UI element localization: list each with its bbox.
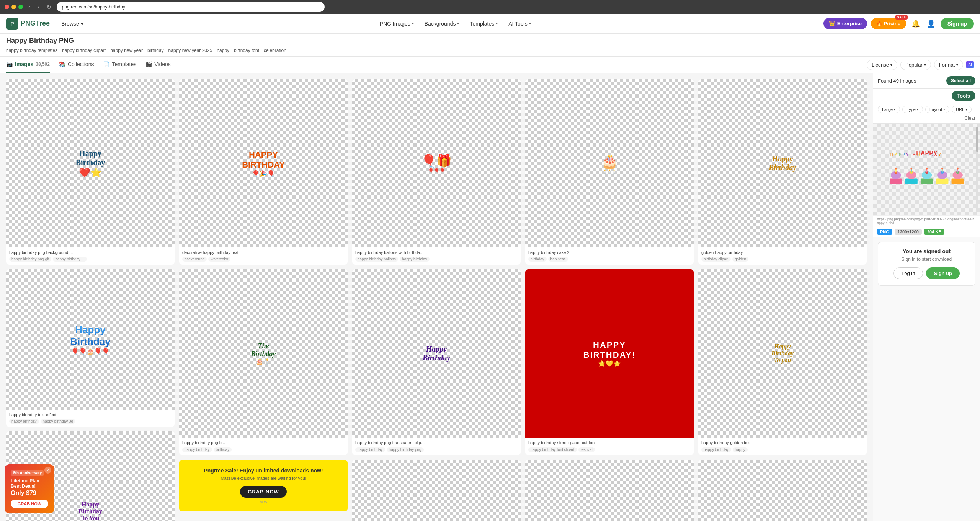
enterprise-button[interactable]: 👑 Enterprise <box>823 18 867 29</box>
ad-grab-button[interactable]: GRAB NOW <box>240 486 287 498</box>
nav-backgrounds[interactable]: Backgrounds ▾ <box>420 18 464 29</box>
select-all-button[interactable]: Select all <box>946 76 975 85</box>
image-card-0[interactable]: HappyBirthday ❤️⭐ happy birthday png bac… <box>6 79 175 265</box>
search-tag-0[interactable]: happy birthday templates <box>6 48 57 53</box>
logo[interactable]: P PNGTree <box>6 18 50 30</box>
image-tag-1-0[interactable]: happy birthday <box>9 419 39 424</box>
signup-panel-button[interactable]: Sign up <box>926 267 960 279</box>
layout-filter-chevron: ▾ <box>943 107 945 111</box>
maximize-dot[interactable] <box>18 5 23 9</box>
notification-button[interactable]: 🔔 <box>910 18 921 29</box>
image-tag-9-0[interactable]: happy birthday font clipart <box>528 447 577 452</box>
tools-bar: Tools <box>873 89 980 103</box>
forward-button[interactable]: › <box>35 3 41 11</box>
pricing-button[interactable]: SALE 🔥 Pricing <box>871 18 906 29</box>
search-tag-6[interactable]: birthday font <box>234 48 259 53</box>
image-card-3[interactable]: HAPPYBIRTHDAY 🎈🎉🎈 decorative happy birth… <box>179 79 348 265</box>
image-tag-11-0[interactable]: birthday clipart <box>701 257 731 262</box>
tab-collections[interactable]: 📚 Collections <box>59 57 94 73</box>
image-card-8[interactable]: 🎂 🕯️🕯️🕯️ happy birthday cake 2 birthday … <box>525 79 694 265</box>
search-tag-1[interactable]: happy birthday clipart <box>62 48 106 53</box>
image-tag-11-1[interactable]: golden <box>732 257 748 262</box>
image-card-7[interactable]: 🎈🎈🎈 Birthday fantasy beautiful color col… <box>352 460 521 521</box>
popular-dropdown[interactable]: Popular ▾ <box>900 60 931 70</box>
layout-filter-label: Layout <box>929 107 942 112</box>
tab-images[interactable]: 📷 Images 38,502 <box>6 57 50 73</box>
image-tag-8-1[interactable]: hapiness <box>548 257 568 262</box>
image-card-4[interactable]: TheBirthday 🎂🕯️ happy birthday png b... … <box>179 269 348 455</box>
login-button[interactable]: Log in <box>893 267 923 279</box>
url-bar[interactable]: pngtree.com/so/happy-birthday <box>57 2 325 12</box>
image-card-12[interactable]: HappyBirthdayTo you happy birthday golde… <box>698 269 867 455</box>
image-tag-1-1[interactable]: happy birthday 3d <box>41 419 76 424</box>
svg-text:H: H <box>890 153 893 157</box>
url-filter-label: URL <box>956 107 964 112</box>
image-card-11[interactable]: HappyBirthday golden happy birthday birt… <box>698 79 867 265</box>
image-card-5[interactable]: 🎈🎁 🎈🎈🎈 happy birthday ballons with birth… <box>352 79 521 265</box>
avatar-button[interactable]: 👤 <box>925 18 937 29</box>
nav-templates[interactable]: Templates ▾ <box>465 18 502 29</box>
back-button[interactable]: ‹ <box>26 3 33 11</box>
nav-png-images[interactable]: PNG Images ▾ <box>375 18 418 29</box>
image-card-1[interactable]: HappyBirthday 🎈🎈🎂🎈🎈 happy birthday text … <box>6 269 175 427</box>
svg-point-40 <box>926 168 927 170</box>
image-tag-0-1[interactable]: happy birthday ... <box>53 257 87 262</box>
preview-image-container: HAPPY H A P P Y B I R T H D A Y <box>873 124 980 215</box>
sale-badge: SALE <box>895 15 908 20</box>
image-tag-3-1[interactable]: watercolor <box>208 257 230 262</box>
search-tag-3[interactable]: birthday <box>147 48 164 53</box>
search-tag-7[interactable]: celebration <box>264 48 286 53</box>
license-chevron: ▾ <box>890 63 892 67</box>
image-tag-0-0[interactable]: happy birthday png gif <box>9 257 51 262</box>
image-info-9: happy birthday stereo paper cut font hap… <box>525 438 694 455</box>
image-card-9[interactable]: HAPPYBIRTHDAY! ⭐💛⭐ happy birthday stereo… <box>525 269 694 455</box>
preview-scroll-container[interactable]: HAPPY H A P P Y B I R T H D A Y <box>873 124 980 215</box>
search-tag-5[interactable]: happy <box>217 48 229 53</box>
image-card-13[interactable]: 🎈🎂🎈 HAPPYBIRTHDAY 🎊🎉 happy birthday happ… <box>698 460 867 521</box>
minimize-dot[interactable] <box>11 5 16 9</box>
image-tags-11: birthday clipart golden <box>701 257 864 262</box>
preview-large-filter[interactable]: Large ▾ <box>878 106 900 113</box>
preview-scrollbar[interactable] <box>976 127 978 212</box>
image-tag-5-0[interactable]: happy birthday ballons <box>355 257 398 262</box>
browse-menu[interactable]: Browse ▾ <box>57 18 87 29</box>
image-tag-12-0[interactable]: happy birthday <box>701 447 731 452</box>
preview-scrollbar-thumb[interactable] <box>976 127 978 152</box>
image-tag-6-0[interactable]: happy birthday <box>355 447 385 452</box>
svg-point-42 <box>941 168 943 170</box>
image-tag-12-1[interactable]: happy <box>733 447 748 452</box>
refresh-button[interactable]: ↻ <box>44 3 54 11</box>
preview-url-filter[interactable]: URL ▾ <box>952 106 972 113</box>
anniversary-close-button[interactable]: × <box>44 467 51 474</box>
image-tags-3: background watercolor <box>182 257 345 262</box>
image-card-6[interactable]: HappyBirthday happy birthday png transpa… <box>352 269 521 455</box>
tab-videos[interactable]: 🎬 Videos <box>145 57 171 73</box>
image-thumb-4: TheBirthday 🎂🕯️ <box>179 269 348 438</box>
format-dropdown[interactable]: Format ▾ <box>934 60 963 70</box>
anniversary-grab-button[interactable]: GRAB NOW <box>11 500 48 508</box>
found-text: Found 49 images <box>878 78 916 84</box>
preview-layout-filter[interactable]: Layout ▾ <box>925 106 949 113</box>
image-tag-3-0[interactable]: background <box>182 257 207 262</box>
image-tag-5-1[interactable]: happy birthday <box>400 257 430 262</box>
tab-templates[interactable]: 📄 Templates <box>103 57 136 73</box>
close-dot[interactable] <box>5 5 9 9</box>
license-dropdown[interactable]: License ▾ <box>867 60 897 70</box>
ai-icon[interactable]: AI <box>966 61 974 68</box>
image-title-12: happy birthday golden text <box>701 440 864 445</box>
image-tag-6-1[interactable]: happy birthday png <box>387 447 424 452</box>
svg-text:A: A <box>934 153 937 157</box>
search-tag-2[interactable]: happy new year <box>110 48 143 53</box>
signup-button[interactable]: Sign up <box>941 18 974 29</box>
clear-button[interactable]: Clear <box>964 116 975 121</box>
image-tag-4-0[interactable]: happy birthday <box>182 447 212 452</box>
image-tag-9-1[interactable]: festival <box>578 447 595 452</box>
tools-button[interactable]: Tools <box>952 91 975 101</box>
search-tag-4[interactable]: happy new year 2025 <box>168 48 212 53</box>
image-tag-4-1[interactable]: birthday <box>214 447 232 452</box>
image-tag-8-0[interactable]: birthday <box>528 257 547 262</box>
image-thumb-13: 🎈🎂🎈 HAPPYBIRTHDAY 🎊🎉 <box>698 460 867 521</box>
nav-ai-tools[interactable]: AI Tools ▾ <box>504 18 536 29</box>
image-card-10[interactable]: HAPPYBIRTHDAY calendar happy birthday ic… <box>525 460 694 521</box>
preview-type-filter[interactable]: Type ▾ <box>902 106 923 113</box>
